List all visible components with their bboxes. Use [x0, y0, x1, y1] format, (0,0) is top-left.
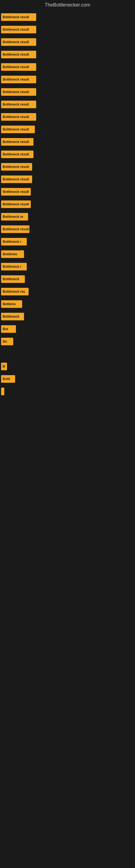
result-row: Bot [1, 323, 134, 335]
result-row: Bottleneck result [1, 111, 134, 123]
result-row: Bottleneck [1, 311, 134, 322]
result-bar[interactable]: Bottleneck result [1, 163, 32, 170]
result-row: Bottleneck result [1, 186, 134, 198]
result-bar[interactable]: Bottleneck res [1, 288, 29, 296]
result-row [1, 473, 134, 485]
result-row [1, 398, 134, 410]
result-bar[interactable]: Bottleneck [1, 275, 25, 283]
result-row: Bottlenec [1, 248, 134, 260]
result-row: Bottleneck re [1, 211, 134, 223]
result-bar[interactable]: Bottleneck result [1, 176, 32, 183]
result-row: Bottleneck result [1, 98, 134, 111]
site-title: TheBottlenecker.com [0, 0, 135, 11]
result-bar[interactable]: Bottleneck r [1, 263, 27, 271]
result-row: Bottleneck result [1, 173, 134, 185]
result-row [1, 410, 134, 422]
result-bar[interactable]: Bottleneck result [1, 126, 35, 133]
result-row: B [1, 361, 134, 372]
result-row: Bottl [1, 373, 134, 385]
result-row [1, 385, 134, 397]
result-bar[interactable]: Bottleneck result [1, 13, 36, 21]
result-bar[interactable]: Bottleneck r [1, 238, 27, 246]
result-bar[interactable]: Bottl [1, 375, 15, 383]
result-bar[interactable]: Bottleneck result [1, 63, 36, 71]
result-row: Bottleneck r [1, 236, 134, 248]
results-container: Bottleneck resultBottleneck resultBottle… [0, 11, 135, 510]
result-row: Bottleneck r [1, 261, 134, 273]
result-row: Bottleneck result [1, 86, 134, 98]
result-bar[interactable]: Bottleneck re [1, 213, 28, 220]
result-row: Bottlens [1, 298, 134, 310]
result-bar[interactable]: Bottleneck result [1, 225, 30, 233]
result-bar[interactable]: Bottleneck result [1, 51, 36, 58]
result-row: Bottleneck result [1, 148, 134, 160]
result-row: Bottleneck [1, 273, 134, 285]
result-row: Bottleneck result [1, 11, 134, 23]
result-row [1, 423, 134, 435]
result-bar[interactable]: Bottleneck result [1, 101, 36, 108]
result-bar[interactable]: Bottleneck result [1, 76, 36, 83]
result-row [1, 460, 134, 472]
result-row: Bottleneck result [1, 24, 134, 35]
result-bar[interactable]: Bottlens [1, 300, 22, 308]
result-bar[interactable]: Bottleneck result [1, 26, 36, 33]
result-row [1, 498, 134, 510]
result-bar[interactable]: Bottleneck result [1, 188, 31, 195]
result-bar[interactable]: B [1, 363, 7, 370]
result-row [1, 435, 134, 447]
result-bar[interactable]: Bottlenec [1, 250, 24, 258]
result-bar[interactable]: Bottleneck result [1, 151, 34, 158]
result-bar[interactable]: Bottleneck [1, 313, 24, 320]
result-bar[interactable]: Bottleneck result [1, 138, 34, 146]
result-row: Bottleneck result [1, 36, 134, 48]
result-row: Bottleneck result [1, 73, 134, 86]
result-row: Bottleneck result [1, 198, 134, 210]
result-bar[interactable]: Bottleneck result [1, 88, 36, 96]
result-row: Bottleneck result [1, 136, 134, 148]
result-row [1, 348, 134, 360]
result-row: Bottleneck result [1, 61, 134, 73]
result-row: Bottleneck result [1, 49, 134, 61]
result-row [1, 448, 134, 460]
result-row: Bottleneck result [1, 161, 134, 173]
result-row [1, 485, 134, 497]
result-bar[interactable]: Bottleneck result [1, 38, 36, 46]
result-bar[interactable]: Bottleneck result [1, 113, 36, 121]
result-bar[interactable]: Bo [1, 338, 13, 345]
result-row: Bottleneck result [1, 123, 134, 135]
result-row: Bo [1, 336, 134, 347]
result-row: Bottleneck res [1, 286, 134, 298]
result-bar[interactable]: Bot [1, 325, 16, 333]
result-bar[interactable] [1, 388, 4, 395]
result-bar[interactable]: Bottleneck result [1, 200, 31, 208]
result-row: Bottleneck result [1, 223, 134, 235]
